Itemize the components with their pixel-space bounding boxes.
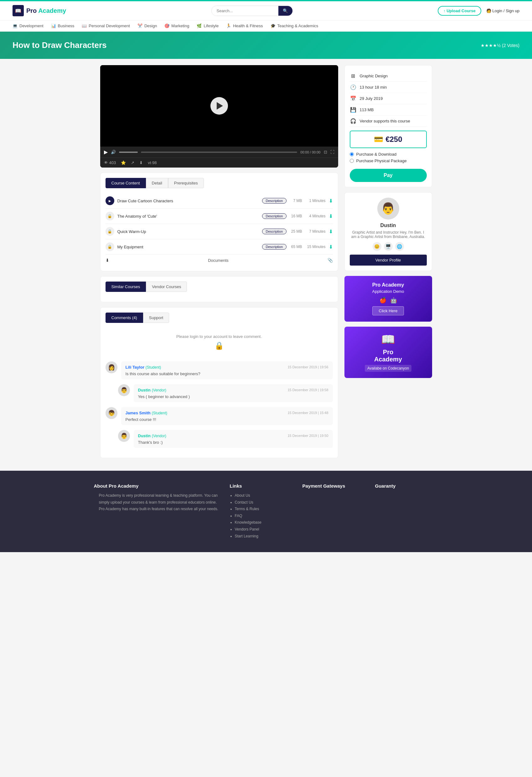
main-content: ▶ 🔊 00:00 / 00:00 ⊡ ⛶ 👁403 ⭐ ↗ ⬇ vt·98 C… [94, 59, 438, 464]
footer-link-terms[interactable]: Terms & Rules [235, 506, 293, 513]
pro-banner-icon: 📖 [349, 333, 427, 346]
pay-button[interactable]: Pay [350, 169, 427, 182]
nav-item-health-fitness[interactable]: 🏃Health & Fitness [226, 23, 263, 28]
description-button-2[interactable]: Description [262, 229, 286, 234]
vendor-profile-button[interactable]: Vendor Profile [350, 255, 427, 265]
course-info-card: ⊞ Graphic Design 🕐 13 hour 18 min 📅 29 J… [344, 65, 432, 187]
similar-tabs: Similar Courses Vendor Courses [106, 282, 333, 292]
tab-course-content[interactable]: Course Content [106, 178, 146, 188]
footer-about-title: About Pro Academy [94, 483, 220, 488]
volume-slider[interactable] [119, 151, 138, 153]
sidebar: ⊞ Graphic Design 🕐 13 hour 18 min 📅 29 J… [344, 65, 432, 458]
comment-avatar-2: 👦 [106, 407, 117, 419]
radio-purchase-download[interactable] [350, 152, 354, 156]
tab-detail[interactable]: Detail [146, 178, 168, 188]
docs-download-icon[interactable]: ⬇ [106, 258, 109, 263]
course-item-3: My Equipment Description 65 MB 15 Minute… [106, 239, 333, 255]
navigation: 💻Development 📊Business 📖Personal Develop… [0, 20, 532, 32]
footer-link-vendors[interactable]: Vendors Panel [235, 526, 293, 533]
footer-link-start[interactable]: Start Learning [235, 533, 293, 540]
clock-icon: 🕐 [350, 84, 357, 90]
logo-icon: 📖 [12, 5, 24, 16]
marketing-icon: 🎯 [165, 23, 170, 28]
video-controls: ▶ 🔊 00:00 / 00:00 ⊡ ⛶ [100, 146, 338, 157]
click-here-button[interactable]: Click Here [372, 306, 404, 315]
course-item-size-1: 16 MB [290, 214, 302, 218]
play-button-large[interactable] [210, 97, 228, 115]
nav-item-marketing[interactable]: 🎯Marketing [165, 23, 189, 28]
login-button[interactable]: 🧑 Login / Sign up [486, 8, 520, 13]
logo-text: Pro Academy [26, 7, 66, 14]
tab-support[interactable]: Support [143, 313, 170, 323]
footer-link-knowledge[interactable]: Knowledgebase [235, 519, 293, 526]
theater-button[interactable]: ⊡ [324, 150, 327, 154]
nav-item-lifestyle[interactable]: 🌿Lifestyle [197, 23, 219, 28]
nav-item-design[interactable]: ✂️Design [137, 23, 157, 28]
support-text: Vendor supports this course [360, 119, 410, 123]
radio-physical-package[interactable] [350, 159, 354, 163]
tab-vendor-courses[interactable]: Vendor Courses [146, 282, 187, 292]
share-button[interactable]: ↗ [131, 160, 134, 165]
nav-item-business[interactable]: 📊Business [51, 23, 75, 28]
documents-label: Documents [208, 258, 229, 263]
nav-item-development[interactable]: 💻Development [12, 23, 43, 28]
tab-prerequisites[interactable]: Prerequisites [168, 178, 204, 188]
download-button-3[interactable]: ⬇ [329, 244, 333, 250]
social-icon-1[interactable]: 🖥️ [384, 242, 393, 251]
vt-label: vt·98 [148, 160, 156, 165]
option-purchase-download[interactable]: Purchase & Download [350, 152, 427, 156]
comment-time-1: 15 December 2019 | 19:58 [288, 388, 328, 392]
pro-banner-title: ProAcademy [349, 349, 427, 363]
social-icon-0[interactable]: 😊 [373, 242, 382, 251]
fullscreen-button[interactable]: ⛶ [330, 150, 334, 154]
social-icon-2[interactable]: 🌐 [395, 242, 404, 251]
nav-item-teaching[interactable]: 🎓Teaching & Academics [271, 23, 318, 28]
footer-link-faq[interactable]: FAQ [235, 513, 293, 520]
course-content-section: Course Content Detail Prerequisites Draw… [100, 173, 338, 271]
nav-item-personal-development[interactable]: 📖Personal Development [82, 23, 130, 28]
comment-tabs: Comments (4) Support [106, 313, 333, 323]
vendor-description: Graphic Artist and Instructor Hey, I'm B… [350, 230, 427, 239]
pro-banner: 📖 ProAcademy Availabe on Codecanyon [344, 327, 432, 378]
course-item-time-1: 4 Minutes [305, 214, 326, 218]
comment-header-2: James Smith (Student) 15 December 2019 |… [126, 410, 328, 415]
download-button-0[interactable]: ⬇ [329, 198, 333, 204]
search-button[interactable]: 🔍 [278, 6, 293, 16]
progress-bar[interactable] [141, 151, 298, 153]
download-button-1[interactable]: ⬇ [329, 213, 333, 219]
footer-link-about[interactable]: About Us [235, 492, 293, 499]
similar-courses-section: Similar Courses Vendor Courses [100, 276, 338, 302]
description-button-0[interactable]: Description [262, 198, 286, 204]
favorite-button[interactable]: ⭐ [121, 160, 126, 165]
comment-text-1: Yes ( beginner to advanced ) [138, 394, 328, 399]
footer-links-list: About Us Contact Us Terms & Rules FAQ Kn… [230, 492, 293, 540]
download-button-2[interactable]: ⬇ [329, 229, 333, 235]
lock-icon: 🔒 [112, 341, 327, 350]
course-item-title-1: The Anatomy of 'Cute' [117, 214, 259, 219]
description-button-1[interactable]: Description [262, 213, 286, 219]
course-title: How to Draw Characters [12, 40, 107, 50]
play-pause-button[interactable]: ▶ [104, 149, 108, 155]
comment-header-0: Lili Taylor (Student) 15 December 2019 |… [126, 364, 328, 369]
search-input[interactable] [212, 6, 278, 16]
footer-link-contact[interactable]: Contact Us [235, 499, 293, 506]
upload-course-button[interactable]: ↑ Upload Course [438, 6, 481, 16]
comment-1: 👨 Dustin (Vendor) 15 December 2019 | 19:… [118, 384, 333, 402]
login-notice: Please login to your account to leave co… [106, 328, 333, 356]
storage-icon: 💾 [350, 107, 357, 113]
course-item-title-3: My Equipment [117, 245, 259, 249]
tab-comments[interactable]: Comments (4) [106, 313, 143, 323]
comment-text-3: Thank's bro :) [138, 440, 328, 445]
course-item-1: The Anatomy of 'Cute' Description 16 MB … [106, 209, 333, 224]
volume-button[interactable]: 🔊 [111, 150, 116, 154]
tab-similar-courses[interactable]: Similar Courses [106, 282, 146, 292]
view-count: 👁403 [104, 160, 116, 165]
personal-dev-icon: 📖 [82, 23, 87, 28]
video-screen[interactable] [100, 65, 338, 146]
footer-about-text: Pro Academy is very professional learnin… [99, 492, 220, 513]
description-button-3[interactable]: Description [262, 244, 286, 250]
option-physical-package[interactable]: Purchase Physical Package [350, 158, 427, 163]
download-button[interactable]: ⬇ [139, 160, 143, 165]
comment-header-1: Dustin (Vendor) 15 December 2019 | 19:58 [138, 387, 328, 393]
business-icon: 📊 [51, 23, 56, 28]
